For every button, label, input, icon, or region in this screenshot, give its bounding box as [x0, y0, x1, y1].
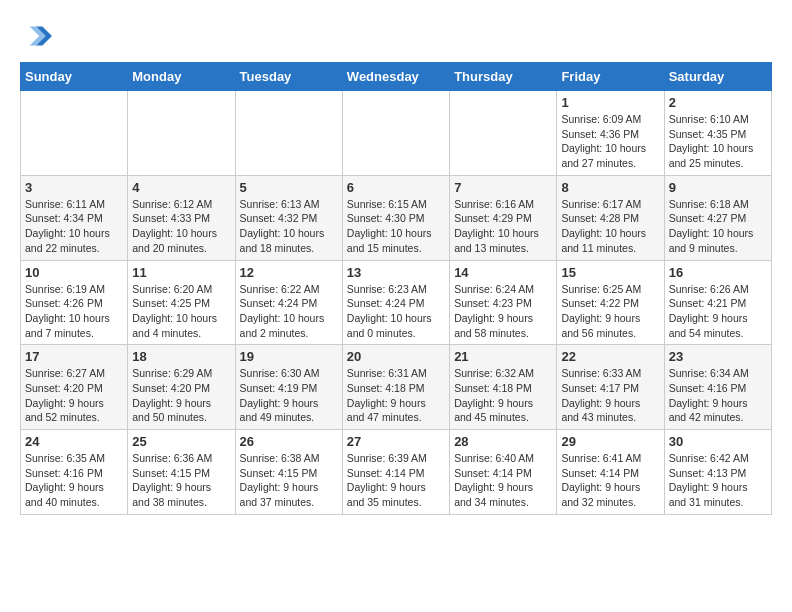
day-number: 28	[454, 434, 552, 449]
day-number: 22	[561, 349, 659, 364]
calendar-cell: 16Sunrise: 6:26 AM Sunset: 4:21 PM Dayli…	[664, 260, 771, 345]
week-row: 10Sunrise: 6:19 AM Sunset: 4:26 PM Dayli…	[21, 260, 772, 345]
column-header-sunday: Sunday	[21, 63, 128, 91]
column-header-thursday: Thursday	[450, 63, 557, 91]
day-info: Sunrise: 6:10 AM Sunset: 4:35 PM Dayligh…	[669, 112, 767, 171]
day-info: Sunrise: 6:42 AM Sunset: 4:13 PM Dayligh…	[669, 451, 767, 510]
day-info: Sunrise: 6:20 AM Sunset: 4:25 PM Dayligh…	[132, 282, 230, 341]
day-info: Sunrise: 6:09 AM Sunset: 4:36 PM Dayligh…	[561, 112, 659, 171]
day-number: 8	[561, 180, 659, 195]
calendar-cell: 19Sunrise: 6:30 AM Sunset: 4:19 PM Dayli…	[235, 345, 342, 430]
calendar-cell: 28Sunrise: 6:40 AM Sunset: 4:14 PM Dayli…	[450, 430, 557, 515]
day-number: 11	[132, 265, 230, 280]
calendar-cell	[450, 91, 557, 176]
calendar-cell: 30Sunrise: 6:42 AM Sunset: 4:13 PM Dayli…	[664, 430, 771, 515]
calendar-cell: 22Sunrise: 6:33 AM Sunset: 4:17 PM Dayli…	[557, 345, 664, 430]
column-header-wednesday: Wednesday	[342, 63, 449, 91]
logo-icon	[20, 20, 52, 52]
day-number: 19	[240, 349, 338, 364]
calendar-cell: 27Sunrise: 6:39 AM Sunset: 4:14 PM Dayli…	[342, 430, 449, 515]
calendar-cell	[235, 91, 342, 176]
calendar-cell: 11Sunrise: 6:20 AM Sunset: 4:25 PM Dayli…	[128, 260, 235, 345]
week-row: 24Sunrise: 6:35 AM Sunset: 4:16 PM Dayli…	[21, 430, 772, 515]
day-info: Sunrise: 6:22 AM Sunset: 4:24 PM Dayligh…	[240, 282, 338, 341]
header-row: SundayMondayTuesdayWednesdayThursdayFrid…	[21, 63, 772, 91]
day-info: Sunrise: 6:34 AM Sunset: 4:16 PM Dayligh…	[669, 366, 767, 425]
day-info: Sunrise: 6:23 AM Sunset: 4:24 PM Dayligh…	[347, 282, 445, 341]
day-number: 21	[454, 349, 552, 364]
calendar-cell: 14Sunrise: 6:24 AM Sunset: 4:23 PM Dayli…	[450, 260, 557, 345]
day-info: Sunrise: 6:15 AM Sunset: 4:30 PM Dayligh…	[347, 197, 445, 256]
calendar-cell: 9Sunrise: 6:18 AM Sunset: 4:27 PM Daylig…	[664, 175, 771, 260]
calendar-cell: 5Sunrise: 6:13 AM Sunset: 4:32 PM Daylig…	[235, 175, 342, 260]
calendar-cell: 10Sunrise: 6:19 AM Sunset: 4:26 PM Dayli…	[21, 260, 128, 345]
calendar-cell: 26Sunrise: 6:38 AM Sunset: 4:15 PM Dayli…	[235, 430, 342, 515]
day-number: 27	[347, 434, 445, 449]
day-number: 3	[25, 180, 123, 195]
week-row: 1Sunrise: 6:09 AM Sunset: 4:36 PM Daylig…	[21, 91, 772, 176]
calendar-cell: 18Sunrise: 6:29 AM Sunset: 4:20 PM Dayli…	[128, 345, 235, 430]
calendar-cell: 15Sunrise: 6:25 AM Sunset: 4:22 PM Dayli…	[557, 260, 664, 345]
day-number: 13	[347, 265, 445, 280]
logo	[20, 20, 56, 52]
day-info: Sunrise: 6:13 AM Sunset: 4:32 PM Dayligh…	[240, 197, 338, 256]
day-number: 10	[25, 265, 123, 280]
day-info: Sunrise: 6:24 AM Sunset: 4:23 PM Dayligh…	[454, 282, 552, 341]
calendar-cell: 24Sunrise: 6:35 AM Sunset: 4:16 PM Dayli…	[21, 430, 128, 515]
column-header-monday: Monday	[128, 63, 235, 91]
day-number: 7	[454, 180, 552, 195]
calendar-cell	[128, 91, 235, 176]
day-number: 17	[25, 349, 123, 364]
calendar-cell: 25Sunrise: 6:36 AM Sunset: 4:15 PM Dayli…	[128, 430, 235, 515]
calendar-cell: 23Sunrise: 6:34 AM Sunset: 4:16 PM Dayli…	[664, 345, 771, 430]
day-number: 16	[669, 265, 767, 280]
calendar-cell: 21Sunrise: 6:32 AM Sunset: 4:18 PM Dayli…	[450, 345, 557, 430]
calendar-cell	[342, 91, 449, 176]
day-info: Sunrise: 6:11 AM Sunset: 4:34 PM Dayligh…	[25, 197, 123, 256]
week-row: 3Sunrise: 6:11 AM Sunset: 4:34 PM Daylig…	[21, 175, 772, 260]
day-number: 15	[561, 265, 659, 280]
day-number: 18	[132, 349, 230, 364]
day-number: 29	[561, 434, 659, 449]
day-info: Sunrise: 6:32 AM Sunset: 4:18 PM Dayligh…	[454, 366, 552, 425]
calendar-cell: 7Sunrise: 6:16 AM Sunset: 4:29 PM Daylig…	[450, 175, 557, 260]
calendar-cell	[21, 91, 128, 176]
day-info: Sunrise: 6:27 AM Sunset: 4:20 PM Dayligh…	[25, 366, 123, 425]
day-number: 1	[561, 95, 659, 110]
calendar-cell: 13Sunrise: 6:23 AM Sunset: 4:24 PM Dayli…	[342, 260, 449, 345]
day-number: 23	[669, 349, 767, 364]
calendar-cell: 1Sunrise: 6:09 AM Sunset: 4:36 PM Daylig…	[557, 91, 664, 176]
header	[20, 20, 772, 52]
day-number: 12	[240, 265, 338, 280]
day-number: 30	[669, 434, 767, 449]
calendar-cell: 29Sunrise: 6:41 AM Sunset: 4:14 PM Dayli…	[557, 430, 664, 515]
day-number: 2	[669, 95, 767, 110]
day-number: 14	[454, 265, 552, 280]
day-number: 9	[669, 180, 767, 195]
day-number: 20	[347, 349, 445, 364]
day-number: 5	[240, 180, 338, 195]
column-header-tuesday: Tuesday	[235, 63, 342, 91]
day-info: Sunrise: 6:39 AM Sunset: 4:14 PM Dayligh…	[347, 451, 445, 510]
day-info: Sunrise: 6:12 AM Sunset: 4:33 PM Dayligh…	[132, 197, 230, 256]
calendar-cell: 6Sunrise: 6:15 AM Sunset: 4:30 PM Daylig…	[342, 175, 449, 260]
day-info: Sunrise: 6:16 AM Sunset: 4:29 PM Dayligh…	[454, 197, 552, 256]
week-row: 17Sunrise: 6:27 AM Sunset: 4:20 PM Dayli…	[21, 345, 772, 430]
calendar-cell: 20Sunrise: 6:31 AM Sunset: 4:18 PM Dayli…	[342, 345, 449, 430]
calendar-cell: 4Sunrise: 6:12 AM Sunset: 4:33 PM Daylig…	[128, 175, 235, 260]
calendar-cell: 8Sunrise: 6:17 AM Sunset: 4:28 PM Daylig…	[557, 175, 664, 260]
day-info: Sunrise: 6:40 AM Sunset: 4:14 PM Dayligh…	[454, 451, 552, 510]
day-number: 6	[347, 180, 445, 195]
day-info: Sunrise: 6:19 AM Sunset: 4:26 PM Dayligh…	[25, 282, 123, 341]
day-info: Sunrise: 6:18 AM Sunset: 4:27 PM Dayligh…	[669, 197, 767, 256]
day-number: 24	[25, 434, 123, 449]
calendar-cell: 17Sunrise: 6:27 AM Sunset: 4:20 PM Dayli…	[21, 345, 128, 430]
calendar-cell: 2Sunrise: 6:10 AM Sunset: 4:35 PM Daylig…	[664, 91, 771, 176]
day-number: 4	[132, 180, 230, 195]
day-info: Sunrise: 6:33 AM Sunset: 4:17 PM Dayligh…	[561, 366, 659, 425]
day-info: Sunrise: 6:17 AM Sunset: 4:28 PM Dayligh…	[561, 197, 659, 256]
column-header-saturday: Saturday	[664, 63, 771, 91]
day-info: Sunrise: 6:29 AM Sunset: 4:20 PM Dayligh…	[132, 366, 230, 425]
calendar-cell: 3Sunrise: 6:11 AM Sunset: 4:34 PM Daylig…	[21, 175, 128, 260]
column-header-friday: Friday	[557, 63, 664, 91]
